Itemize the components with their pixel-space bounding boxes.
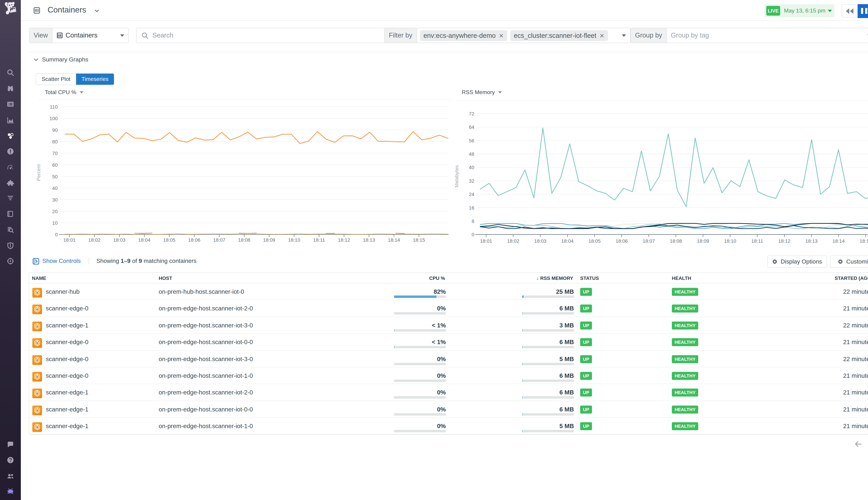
- svg-text:20: 20: [52, 209, 58, 214]
- svg-text:18:14: 18:14: [833, 238, 845, 244]
- svg-text:Percent: Percent: [36, 164, 41, 181]
- svg-text:18:12: 18:12: [338, 237, 350, 243]
- svg-text:60: 60: [52, 162, 58, 168]
- svg-text:18:08: 18:08: [238, 237, 250, 243]
- svg-text:18:06: 18:06: [188, 237, 200, 243]
- svg-text:110: 110: [50, 104, 58, 110]
- svg-text:18:04: 18:04: [561, 238, 574, 244]
- svg-text:30: 30: [52, 197, 58, 203]
- svg-text:18:01: 18:01: [64, 237, 76, 243]
- svg-text:8: 8: [471, 218, 474, 224]
- svg-text:18:11: 18:11: [313, 237, 325, 243]
- svg-text:18:15: 18:15: [860, 238, 868, 244]
- svg-text:56: 56: [469, 138, 474, 144]
- svg-text:0: 0: [55, 232, 58, 237]
- svg-text:18:09: 18:09: [263, 237, 275, 243]
- svg-text:18:04: 18:04: [138, 237, 150, 243]
- svg-text:18:13: 18:13: [805, 238, 818, 244]
- svg-text:18:13: 18:13: [363, 237, 375, 243]
- svg-text:40: 40: [52, 185, 58, 191]
- svg-text:16: 16: [469, 205, 474, 211]
- svg-text:18:08: 18:08: [670, 238, 682, 244]
- svg-text:18:02: 18:02: [88, 237, 101, 243]
- svg-text:70: 70: [52, 151, 58, 156]
- svg-text:18:02: 18:02: [507, 238, 519, 244]
- svg-text:18:01: 18:01: [480, 238, 492, 244]
- svg-text:72: 72: [469, 111, 474, 116]
- svg-text:18:10: 18:10: [724, 238, 736, 244]
- svg-text:80: 80: [52, 139, 58, 145]
- svg-text:18:05: 18:05: [589, 238, 601, 244]
- svg-text:10: 10: [52, 220, 58, 226]
- svg-text:18:09: 18:09: [697, 238, 709, 244]
- svg-text:18:07: 18:07: [213, 237, 225, 243]
- svg-text:18:05: 18:05: [163, 237, 175, 243]
- svg-text:48: 48: [469, 151, 474, 157]
- svg-text:Mebibytes: Mebibytes: [454, 165, 459, 188]
- svg-text:18:14: 18:14: [388, 237, 400, 243]
- svg-text:64: 64: [469, 124, 474, 130]
- svg-text:90: 90: [52, 127, 58, 133]
- svg-text:18:10: 18:10: [288, 237, 300, 243]
- svg-text:18:07: 18:07: [643, 238, 655, 244]
- svg-text:18:12: 18:12: [778, 238, 790, 244]
- svg-text:18:03: 18:03: [534, 238, 546, 244]
- svg-text:100: 100: [49, 116, 58, 121]
- svg-text:40: 40: [469, 165, 474, 170]
- svg-text:32: 32: [469, 178, 474, 184]
- svg-text:0: 0: [471, 232, 474, 237]
- svg-text:18:15: 18:15: [413, 237, 425, 243]
- svg-text:24: 24: [469, 192, 474, 197]
- svg-text:18:03: 18:03: [113, 237, 126, 243]
- svg-text:50: 50: [52, 174, 58, 179]
- svg-text:18:06: 18:06: [616, 238, 628, 244]
- svg-text:18:11: 18:11: [751, 238, 763, 244]
